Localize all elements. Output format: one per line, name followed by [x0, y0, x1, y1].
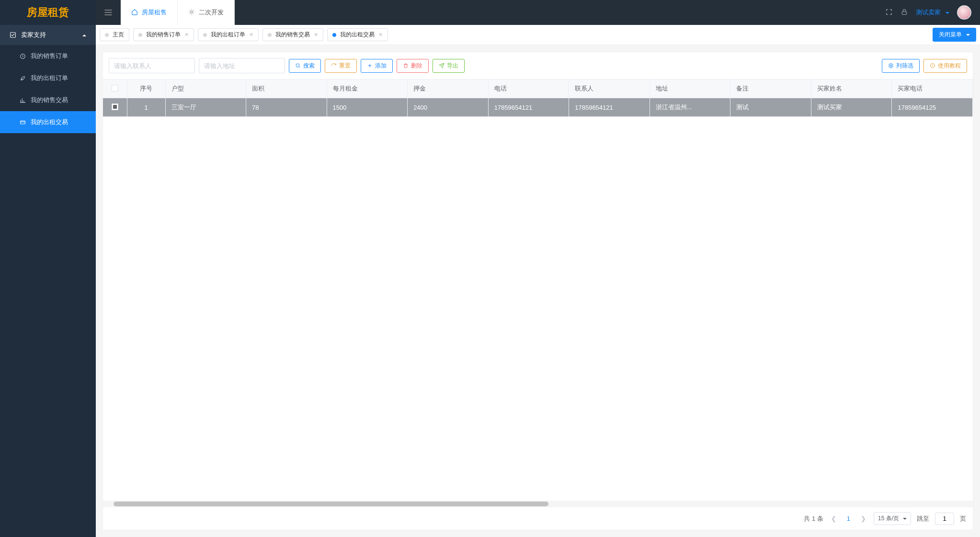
cell: 1 [127, 98, 165, 117]
add-button-label: 添加 [375, 62, 387, 70]
table-row[interactable]: 1三室一厅78150024001785965412117859654121浙江省… [103, 98, 973, 117]
top-tab-label: 房屋租售 [142, 8, 167, 17]
column-header[interactable]: 户型 [165, 80, 246, 98]
search-icon [295, 63, 301, 69]
cell: 17859654121 [569, 98, 650, 117]
sidebar-item-label: 我的销售订单 [31, 52, 68, 60]
fullscreen-icon[interactable] [885, 8, 893, 17]
next-page-button[interactable]: ❯ [859, 515, 868, 522]
delete-button-label: 删除 [411, 62, 422, 70]
jump-page-input[interactable] [935, 513, 954, 525]
column-header[interactable]: 买家姓名 [811, 80, 892, 98]
row-checkbox[interactable] [112, 103, 118, 110]
page-tab-1[interactable]: 我的销售订单✕ [133, 28, 194, 41]
page-tab-label: 我的出租交易 [340, 31, 375, 39]
svg-point-5 [296, 64, 299, 67]
support-icon [10, 32, 16, 38]
sidebar-item-3[interactable]: 我的出租交易 [0, 111, 96, 133]
page-size-select[interactable]: 15 条/页 [874, 512, 911, 525]
top-tab-0[interactable]: 房屋租售 [121, 0, 178, 25]
home-icon [131, 9, 138, 17]
cell: 测试 [730, 98, 811, 117]
close-menu-button[interactable]: 关闭菜单 [933, 28, 976, 42]
column-header[interactable]: 面积 [246, 80, 327, 98]
close-icon[interactable]: ✕ [184, 32, 189, 38]
svg-rect-4 [902, 11, 906, 14]
table-scroll[interactable]: 序号户型面积每月租金押金电话联系人地址备注买家姓名买家电话 1三室一厅78150… [103, 79, 973, 501]
page-tab-4[interactable]: 我的出租交易✕ [327, 28, 388, 41]
add-button[interactable]: 添加 [361, 59, 393, 73]
svg-point-6 [890, 65, 892, 67]
cell: 17859654121 [488, 98, 569, 117]
horizontal-scrollbar[interactable] [103, 501, 973, 507]
sidebar-group-seller-support[interactable]: 卖家支持 [0, 25, 96, 45]
sidebar-item-0[interactable]: 我的销售订单 [0, 45, 96, 67]
page-tab-label: 主页 [113, 31, 124, 39]
page-tab-3[interactable]: 我的销售交易✕ [262, 28, 323, 41]
sidebar-item-1[interactable]: 我的出租订单 [0, 67, 96, 89]
toggle-sidebar-button[interactable] [96, 0, 121, 25]
close-icon[interactable]: ✕ [314, 32, 318, 38]
page-number[interactable]: 1 [844, 515, 853, 522]
trash-icon [403, 63, 409, 69]
card-icon [19, 119, 26, 126]
select-all-checkbox[interactable] [112, 85, 118, 91]
cell: 三室一厅 [165, 98, 246, 117]
gear-icon [888, 63, 894, 69]
column-header[interactable]: 地址 [650, 80, 730, 98]
toolbar: 搜索 重置 添加 删除 [103, 52, 973, 79]
close-icon[interactable]: ✕ [378, 32, 383, 38]
page-tab-0[interactable]: 主页 [100, 28, 129, 41]
lock-icon[interactable] [900, 8, 908, 17]
sidebar-item-label: 我的出租订单 [31, 74, 68, 82]
send-icon [439, 63, 444, 69]
address-input[interactable] [199, 58, 285, 73]
chart-icon [19, 97, 26, 103]
top-tab-1[interactable]: 二次开发 [178, 0, 235, 25]
column-header[interactable]: 押金 [408, 80, 489, 98]
prev-page-button[interactable]: ❮ [829, 515, 838, 522]
reset-button[interactable]: 重置 [325, 59, 357, 73]
search-button-label: 搜索 [303, 62, 315, 70]
contact-input[interactable] [109, 58, 195, 73]
page-tab-label: 我的销售交易 [275, 31, 310, 39]
cell: 测试买家 [811, 98, 892, 117]
tab-indicator-dot [332, 33, 336, 37]
column-filter-label: 列筛选 [896, 62, 913, 70]
close-icon[interactable]: ✕ [249, 32, 253, 38]
cell: 2400 [408, 98, 489, 117]
column-header[interactable]: 电话 [488, 80, 569, 98]
svg-rect-2 [20, 121, 25, 124]
sidebar: 房屋租赁 卖家支持 我的销售订单我的出租订单我的销售交易我的出租交易 [0, 0, 96, 537]
page-tab-2[interactable]: 我的出租订单✕ [198, 28, 259, 41]
tab-indicator-dot [268, 33, 272, 37]
cell: 浙江省温州... [650, 98, 730, 117]
user-menu[interactable]: 测试卖家 [916, 8, 949, 17]
refresh-icon [331, 63, 337, 69]
search-button[interactable]: 搜索 [289, 59, 321, 73]
column-header[interactable]: 序号 [127, 80, 165, 98]
column-header[interactable]: 联系人 [569, 80, 650, 98]
cell: 17859654125 [892, 98, 973, 117]
tutorial-button[interactable]: 使用教程 [923, 59, 967, 73]
sun-icon [188, 9, 195, 17]
data-table: 序号户型面积每月租金押金电话联系人地址备注买家姓名买家电话 1三室一厅78150… [103, 80, 973, 117]
avatar[interactable] [957, 5, 971, 20]
close-menu-label: 关闭菜单 [939, 31, 962, 39]
leaf-icon [19, 75, 26, 81]
column-filter-button[interactable]: 列筛选 [882, 59, 920, 73]
delete-button[interactable]: 删除 [397, 59, 429, 73]
total-count: 共 1 条 [804, 514, 823, 523]
column-header[interactable]: 每月租金 [327, 80, 408, 98]
tab-indicator-dot [138, 33, 142, 37]
sidebar-item-2[interactable]: 我的销售交易 [0, 89, 96, 111]
pagination: 共 1 条 ❮ 1 ❯ 15 条/页 跳至 页 [103, 507, 973, 530]
export-button-label: 导出 [447, 62, 458, 70]
chevron-up-icon [80, 32, 86, 39]
tutorial-label: 使用教程 [938, 62, 961, 70]
export-button[interactable]: 导出 [433, 59, 465, 73]
column-header[interactable]: 买家电话 [892, 80, 973, 98]
chevron-down-icon [944, 9, 949, 16]
column-header[interactable]: 备注 [730, 80, 811, 98]
clock-icon [930, 63, 935, 69]
